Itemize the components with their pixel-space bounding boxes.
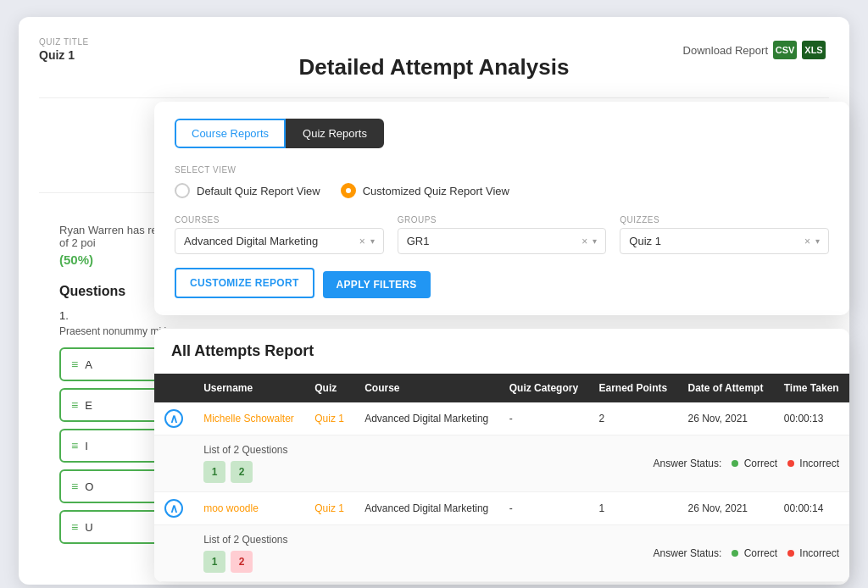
filters-row: COURSES Advanced Digital Marketing × ▾ G… xyxy=(175,215,829,298)
radio-default[interactable]: Default Quiz Report View xyxy=(175,183,320,198)
row2-expand-button[interactable]: ∧ xyxy=(164,499,183,518)
table-row: ∧ Michelle Schowalter Quiz 1 Advanced Di… xyxy=(154,402,849,435)
col-header-username: Username xyxy=(193,374,304,402)
courses-arrow-icon: ▾ xyxy=(370,236,375,246)
col-header-quiz: Quiz xyxy=(304,374,354,402)
action-buttons: CUSTOMIZE REPORT APPLY FILTERS xyxy=(175,268,431,298)
courses-filter-group: COURSES Advanced Digital Marketing × ▾ xyxy=(175,215,384,254)
col-header-points: Earned Points xyxy=(588,374,677,402)
quizzes-select[interactable]: Quiz 1 × ▾ xyxy=(620,228,829,254)
radio-default-label: Default Quiz Report View xyxy=(197,185,320,197)
lines-icon-u: ≡ xyxy=(71,520,78,534)
row2-q-bubbles: 1 2 xyxy=(203,551,489,573)
quizzes-clear-icon[interactable]: × xyxy=(804,236,810,247)
col-header-time: Time Taken xyxy=(774,374,849,402)
row2-time: 00:00:14 xyxy=(774,492,849,525)
row2-correct-indicator: Correct xyxy=(732,547,777,559)
courses-label: COURSES xyxy=(175,215,384,225)
row1-quiz: Quiz 1 xyxy=(304,402,354,435)
col-header-date: Date of Attempt xyxy=(677,374,773,402)
row2-points: 1 xyxy=(588,492,677,525)
main-card: QUIZ TITLE Quiz 1 Detailed Attempt Analy… xyxy=(19,17,849,585)
table-header-row: Username Quiz Course Quiz Category Earne… xyxy=(154,374,849,402)
groups-clear-icon[interactable]: × xyxy=(581,236,587,247)
download-report-label: Download Report xyxy=(683,44,768,57)
quiz-title-label: QUIZ TITLE xyxy=(39,37,89,47)
row1-time: 00:00:13 xyxy=(774,402,849,435)
download-xls-button[interactable]: XLS xyxy=(802,41,826,59)
row2-expanded-status: Answer Status: Correct Incorrect xyxy=(499,525,849,582)
row1-course: Advanced Digital Marketing xyxy=(354,402,499,435)
lines-icon-i: ≡ xyxy=(71,439,78,452)
row1-quiz-link[interactable]: Quiz 1 xyxy=(314,413,344,424)
row1-expanded: List of 2 Questions 1 2 Answer Status: xyxy=(154,435,849,492)
lines-icon-a: ≡ xyxy=(71,358,78,371)
courses-clear-icon[interactable]: × xyxy=(359,236,365,247)
radio-customized[interactable]: Customized Quiz Report View xyxy=(341,183,509,198)
row2-expanded: List of 2 Questions 1 2 Answer Status: xyxy=(154,525,849,582)
overlay-panels: Course Reports Quiz Reports SELECT VIEW … xyxy=(154,102,849,582)
row2-q2[interactable]: 2 xyxy=(231,551,253,573)
radio-default-circle xyxy=(175,183,190,198)
customize-report-button[interactable]: CUSTOMIZE REPORT xyxy=(175,268,314,298)
row1-expand-button[interactable]: ∧ xyxy=(164,409,183,428)
row1-correct-indicator: Correct xyxy=(732,458,777,469)
groups-label: GROUPS xyxy=(398,215,607,225)
row2-q1[interactable]: 1 xyxy=(203,551,225,573)
row1-username: Michelle Schowalter xyxy=(193,402,304,435)
quizzes-arrow-icon: ▾ xyxy=(815,236,820,246)
row2-quiz-link[interactable]: Quiz 1 xyxy=(314,502,344,514)
incorrect-dot2 xyxy=(787,550,794,557)
row1-expanded-status: Answer Status: Correct Incorrect xyxy=(499,435,849,492)
attempts-table: Username Quiz Course Quiz Category Earne… xyxy=(154,374,849,582)
radio-customized-label: Customized Quiz Report View xyxy=(363,185,509,197)
row1-q2[interactable]: 2 xyxy=(231,461,253,483)
col-header-category: Quiz Category xyxy=(499,374,589,402)
attempts-heading: All Attempts Report xyxy=(154,329,849,374)
tab-course-reports[interactable]: Course Reports xyxy=(175,119,286,148)
row1-q-label: List of 2 Questions xyxy=(203,444,489,456)
row2-username: moo woodle xyxy=(193,492,304,525)
row1-incorrect-indicator: Incorrect xyxy=(787,458,839,469)
row2-incorrect-indicator: Incorrect xyxy=(787,547,839,559)
courses-select[interactable]: Advanced Digital Marketing × ▾ xyxy=(175,228,384,254)
radio-customized-circle xyxy=(341,183,356,198)
quiz-title-value: Quiz 1 xyxy=(39,48,89,62)
row1-points: 2 xyxy=(588,402,677,435)
row2-expanded-spacer xyxy=(154,525,193,582)
row1-expand-cell: ∧ xyxy=(154,402,193,435)
table-row: ∧ moo woodle Quiz 1 Advanced Digital Mar… xyxy=(154,492,849,525)
row2-category: - xyxy=(499,492,589,525)
tab-quiz-reports[interactable]: Quiz Reports xyxy=(286,119,384,148)
apply-filters-button[interactable]: APPLY FILTERS xyxy=(323,271,431,298)
row1-date: 26 Nov, 2021 xyxy=(677,402,773,435)
correct-dot xyxy=(732,460,738,467)
row1-category: - xyxy=(499,402,589,435)
row2-q-label: List of 2 Questions xyxy=(203,534,489,546)
correct-dot2 xyxy=(732,550,738,557)
groups-select[interactable]: GR1 × ▾ xyxy=(398,228,607,254)
answer-status-label2: Answer Status: xyxy=(654,547,722,559)
radio-row: Default Quiz Report View Customized Quiz… xyxy=(175,183,829,198)
tab-row: Course Reports Quiz Reports xyxy=(175,119,829,148)
reports-panel: Course Reports Quiz Reports SELECT VIEW … xyxy=(154,102,849,315)
row2-expanded-questions: List of 2 Questions 1 2 xyxy=(193,525,499,582)
groups-value: GR1 xyxy=(407,235,577,247)
col-header-course: Course xyxy=(354,374,499,402)
outer-wrapper: QUIZ TITLE Quiz 1 Detailed Attempt Analy… xyxy=(19,17,849,585)
lines-icon-o: ≡ xyxy=(71,480,78,493)
download-csv-button[interactable]: CSV xyxy=(773,41,797,59)
row2-username-link[interactable]: moo woodle xyxy=(203,502,259,514)
courses-value: Advanced Digital Marketing xyxy=(184,235,354,247)
row1-q1[interactable]: 1 xyxy=(203,461,225,483)
quiz-title-section: QUIZ TITLE Quiz 1 xyxy=(39,37,89,62)
row2-expand-cell: ∧ xyxy=(154,492,193,525)
row2-answer-status: Answer Status: Correct Incorrect xyxy=(509,547,839,559)
row1-expanded-spacer xyxy=(154,435,193,492)
row1-username-link[interactable]: Michelle Schowalter xyxy=(203,413,294,424)
row1-answer-status: Answer Status: Correct Incorrect xyxy=(509,458,839,469)
attempts-panel: All Attempts Report Username Quiz Course… xyxy=(154,329,849,582)
quizzes-label: QUIZZES xyxy=(620,215,829,225)
row2-date: 26 Nov, 2021 xyxy=(677,492,773,525)
row1-expanded-questions: List of 2 Questions 1 2 xyxy=(193,435,499,492)
